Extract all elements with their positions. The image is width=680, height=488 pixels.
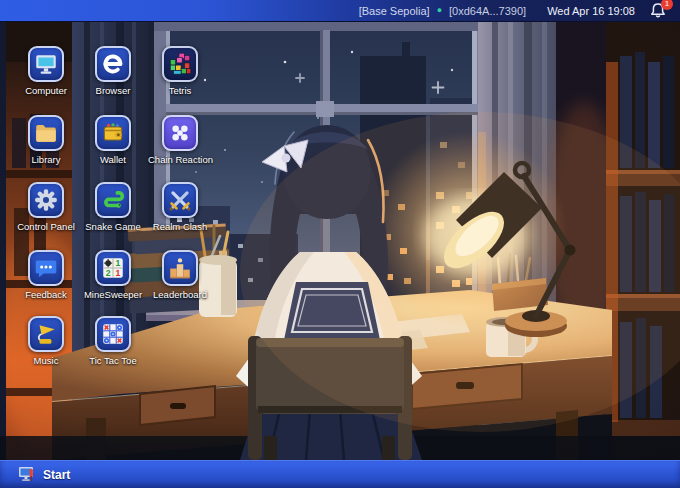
desktop-icon-music[interactable]: Music xyxy=(14,316,78,366)
desktop-icon-feedback[interactable]: Feedback xyxy=(14,250,78,300)
connection-status-dot: ● xyxy=(437,6,442,15)
icon-label: Computer xyxy=(14,85,78,96)
icon-label: Feedback xyxy=(14,289,78,300)
folder-icon xyxy=(33,120,59,146)
icon-label: Tic Tac Toe xyxy=(81,355,145,366)
icon-label: Leaderboard xyxy=(148,289,212,300)
desktop-icon-tetris[interactable]: Tetris xyxy=(148,46,212,96)
desktop-icon-leaderboard[interactable]: Leaderboard xyxy=(148,250,212,300)
browser-e-icon xyxy=(100,51,126,77)
icon-label: Control Panel xyxy=(14,221,78,232)
notifications-button[interactable]: 1 xyxy=(650,2,670,20)
desktop-icon-computer[interactable]: Computer xyxy=(14,46,78,96)
wallet-address: [0xd64A...7390] xyxy=(449,5,526,17)
icon-label: Browser xyxy=(81,85,145,96)
tetris-blocks-icon xyxy=(167,51,193,77)
speech-bubble-icon xyxy=(33,255,59,281)
desktop-icon-snake-game[interactable]: Snake Game xyxy=(81,182,145,232)
notification-badge: 1 xyxy=(661,0,673,10)
desktop-icon-minesweeper[interactable]: 1 2 1 MineSweeper xyxy=(81,250,145,300)
icon-label: Realm Clash xyxy=(148,221,212,232)
tictactoe-grid-icon xyxy=(100,321,126,347)
network-label: [Base Sepolia] xyxy=(359,5,430,17)
desktop-icon-chain-reaction[interactable]: Chain Reaction xyxy=(148,115,212,165)
podium-icon xyxy=(167,255,193,281)
svg-text:1: 1 xyxy=(115,268,120,278)
computer-monitor-icon xyxy=(33,51,59,77)
icon-label: Snake Game xyxy=(81,221,145,232)
start-logo-icon xyxy=(18,466,36,483)
icon-label: Wallet xyxy=(81,154,145,165)
icon-label: MineSweeper xyxy=(81,289,145,300)
top-status-bar: [Base Sepolia] ● [0xd64A...7390] Wed Apr… xyxy=(0,0,680,22)
desktop-icon-control-panel[interactable]: Control Panel xyxy=(14,182,78,232)
icon-label: Chain Reaction xyxy=(148,154,212,165)
taskbar: Start xyxy=(0,460,680,488)
icon-label: Tetris xyxy=(148,85,212,96)
desktop-icon-realm-clash[interactable]: Realm Clash xyxy=(148,182,212,232)
desktop-icon-wallet[interactable]: Wallet xyxy=(81,115,145,165)
desktop-environment: [Base Sepolia] ● [0xd64A...7390] Wed Apr… xyxy=(0,0,680,488)
desktop-icon-tic-tac-toe[interactable]: Tic Tac Toe xyxy=(81,316,145,366)
icon-label: Library xyxy=(14,154,78,165)
wallet-icon xyxy=(100,120,126,146)
desktop: Computer Browser Tetris xyxy=(0,22,680,460)
start-button[interactable]: Start xyxy=(10,463,78,487)
gramophone-icon xyxy=(33,321,59,347)
svg-text:2: 2 xyxy=(106,268,111,278)
icon-label: Music xyxy=(14,355,78,366)
crossed-swords-icon xyxy=(167,187,193,213)
desktop-icon-library[interactable]: Library xyxy=(14,115,78,165)
snake-icon xyxy=(100,187,126,213)
gear-icon xyxy=(33,187,59,213)
svg-text:1: 1 xyxy=(115,258,120,268)
chain-reaction-dots-icon xyxy=(167,120,193,146)
start-label: Start xyxy=(43,468,70,482)
clock: Wed Apr 16 19:08 xyxy=(547,5,635,17)
desktop-icon-browser[interactable]: Browser xyxy=(81,46,145,96)
minesweeper-grid-icon: 1 2 1 xyxy=(100,255,126,281)
